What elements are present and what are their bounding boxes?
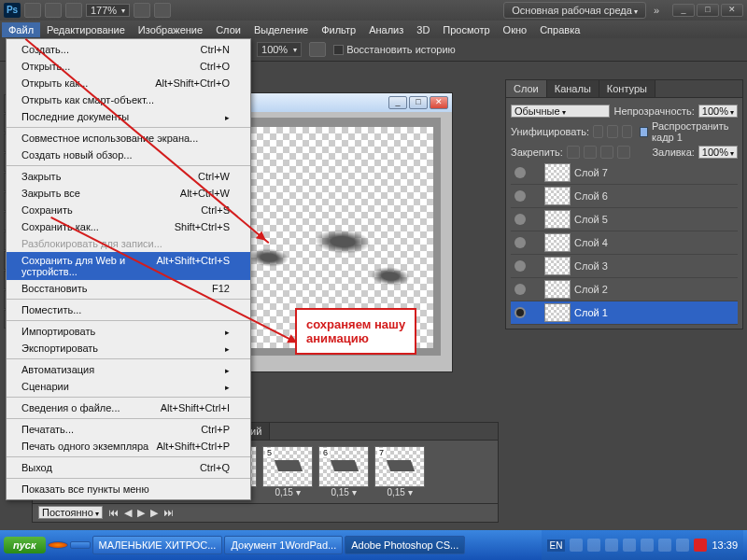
taskbar-app-button[interactable]: Adobe Photoshop CS... — [345, 536, 465, 554]
doc-minimize-button[interactable]: _ — [388, 96, 407, 109]
lock-pixels-icon[interactable] — [584, 146, 597, 159]
file-menu-item[interactable]: ЗакрытьCtrl+W — [7, 168, 250, 185]
minimize-button[interactable]: _ — [672, 4, 695, 17]
tray-icon[interactable] — [605, 539, 618, 552]
visibility-toggle[interactable] — [514, 307, 526, 318]
animation-frame[interactable]: 70,15 ▾ — [374, 446, 425, 497]
file-menu-item[interactable]: Открыть как...Alt+Shift+Ctrl+O — [7, 75, 250, 91]
quicklaunch-icon[interactable] — [48, 541, 68, 549]
taskbar-app-button[interactable]: Документ 1WordPad... — [224, 536, 343, 554]
tab-paths[interactable]: Контуры — [599, 80, 655, 97]
mb-icon[interactable] — [45, 3, 62, 18]
hand-icon[interactable] — [134, 3, 150, 18]
menu-Просмотр[interactable]: Просмотр — [436, 22, 496, 37]
layer-row[interactable]: Слой 6 — [511, 185, 738, 208]
layer-row[interactable]: Слой 3 — [511, 255, 738, 278]
quicklaunch-icon[interactable] — [70, 541, 91, 549]
unify-pos-icon[interactable] — [593, 125, 603, 138]
tray-icon[interactable] — [676, 539, 689, 552]
menu-3D[interactable]: 3D — [410, 22, 436, 37]
tray-icon[interactable] — [570, 539, 583, 552]
lock-trans-icon[interactable] — [567, 146, 580, 159]
tab-layers[interactable]: Слои — [506, 80, 547, 97]
fill-input[interactable]: 100% — [698, 146, 738, 159]
taskbar-app-button[interactable]: МАЛЕНЬКИЕ ХИТРОС... — [92, 536, 223, 554]
file-menu-item[interactable]: Показать все пункты меню — [7, 481, 250, 497]
menu-Редактирование[interactable]: Редактирование — [40, 22, 132, 37]
menu-Слои[interactable]: Слои — [209, 22, 247, 37]
file-menu-item[interactable]: Печать одного экземпляраAlt+Shift+Ctrl+P — [7, 438, 250, 455]
visibility-toggle[interactable] — [514, 167, 526, 178]
lock-all-icon[interactable] — [617, 146, 630, 159]
tray-icon[interactable] — [658, 539, 671, 552]
maximize-button[interactable]: □ — [697, 4, 719, 17]
animation-frame[interactable]: 60,15 ▾ — [318, 446, 369, 497]
visibility-toggle[interactable] — [514, 237, 526, 248]
visibility-toggle[interactable] — [514, 214, 526, 225]
play-button[interactable]: ▶ — [137, 507, 145, 519]
file-menu-item[interactable]: Открыть как смарт-объект... — [7, 91, 250, 108]
menu-Фильтр[interactable]: Фильтр — [315, 22, 362, 37]
file-menu-item[interactable]: Печатать...Ctrl+P — [7, 421, 250, 438]
tab-channels[interactable]: Каналы — [547, 80, 599, 97]
menu-Справка[interactable]: Справка — [533, 22, 586, 37]
blend-mode-select[interactable]: Обычные — [511, 105, 610, 118]
close-button[interactable]: ✕ — [721, 4, 743, 17]
loop-select[interactable]: Постоянно — [38, 506, 103, 519]
layer-row[interactable]: Слой 2 — [511, 278, 738, 301]
layer-row[interactable]: Слой 5 — [511, 208, 738, 231]
menu-Выделение[interactable]: Выделение — [247, 22, 315, 37]
tray-icon[interactable] — [641, 539, 654, 552]
layer-row[interactable]: Слой 4 — [511, 231, 738, 255]
animation-frame[interactable]: 50,15 ▾ — [262, 446, 313, 497]
file-menu-item[interactable]: Импортировать — [7, 323, 250, 340]
menu-Анализ[interactable]: Анализ — [362, 22, 410, 37]
layout-icon[interactable] — [65, 3, 82, 18]
tray-icon[interactable] — [694, 539, 707, 552]
doc-maximize-button[interactable]: □ — [409, 96, 428, 109]
language-indicator[interactable]: EN — [547, 539, 566, 552]
start-button[interactable]: пуск — [4, 537, 46, 553]
workspace-switcher[interactable]: Основная рабочая среда — [503, 2, 646, 19]
tray-icon[interactable] — [587, 539, 600, 552]
visibility-toggle[interactable] — [514, 284, 526, 295]
file-menu-item[interactable]: Последние документы — [7, 108, 250, 125]
unify-vis-icon[interactable] — [607, 125, 617, 138]
file-menu-item[interactable]: ВыходCtrl+Q — [7, 459, 250, 476]
propagate-checkbox[interactable] — [640, 127, 648, 137]
doc-close-button[interactable]: ✕ — [430, 96, 448, 109]
file-menu-item[interactable]: Поместить... — [7, 301, 250, 318]
visibility-toggle[interactable] — [514, 190, 526, 202]
bridge-icon[interactable] — [24, 3, 41, 18]
first-frame-button[interactable]: ⏮ — [108, 507, 119, 518]
clock[interactable]: 13:39 — [712, 539, 738, 551]
file-menu-item[interactable]: СохранитьCtrl+S — [7, 202, 250, 218]
visibility-toggle[interactable] — [514, 260, 526, 272]
tray-icon[interactable] — [623, 539, 636, 552]
zoom-level[interactable]: 177% — [86, 4, 130, 17]
file-menu-item[interactable]: Сведения о файле...Alt+Shift+Ctrl+I — [7, 399, 250, 416]
last-frame-button[interactable]: ⏭ — [163, 507, 174, 518]
nav-icon[interactable] — [154, 3, 171, 18]
file-menu-item[interactable]: Открыть...Ctrl+O — [7, 58, 250, 75]
file-menu-item[interactable]: Закрыть всеAlt+Ctrl+W — [7, 185, 250, 202]
restore-history-checkbox[interactable]: Восстановить историю — [333, 44, 456, 55]
opacity-input[interactable]: 100% — [698, 105, 738, 118]
file-menu-item[interactable]: Сохранить как...Shift+Ctrl+S — [7, 218, 250, 235]
next-frame-button[interactable]: ▶ — [150, 507, 158, 519]
menu-Окно[interactable]: Окно — [497, 22, 534, 37]
layer-row[interactable]: Слой 7 — [511, 161, 738, 185]
file-menu-item[interactable]: Создать новый обзор... — [7, 147, 250, 163]
lock-pos-icon[interactable] — [600, 146, 613, 159]
prev-frame-button[interactable]: ◀ — [124, 507, 132, 519]
menu-Файл[interactable]: Файл — [2, 22, 40, 37]
layer-row[interactable]: Слой 1 — [511, 301, 738, 325]
unify-style-icon[interactable] — [622, 125, 632, 138]
file-menu-item[interactable]: Совместное использование экрана... — [7, 130, 250, 147]
file-menu-item[interactable]: Экспортировать — [7, 340, 250, 357]
file-menu-item[interactable]: Автоматизация — [7, 361, 250, 378]
menu-Изображение[interactable]: Изображение — [132, 22, 209, 37]
pressure-input[interactable]: 100% — [257, 42, 302, 57]
pen-icon[interactable] — [309, 42, 326, 57]
file-menu-item[interactable]: Сценарии — [7, 378, 250, 395]
